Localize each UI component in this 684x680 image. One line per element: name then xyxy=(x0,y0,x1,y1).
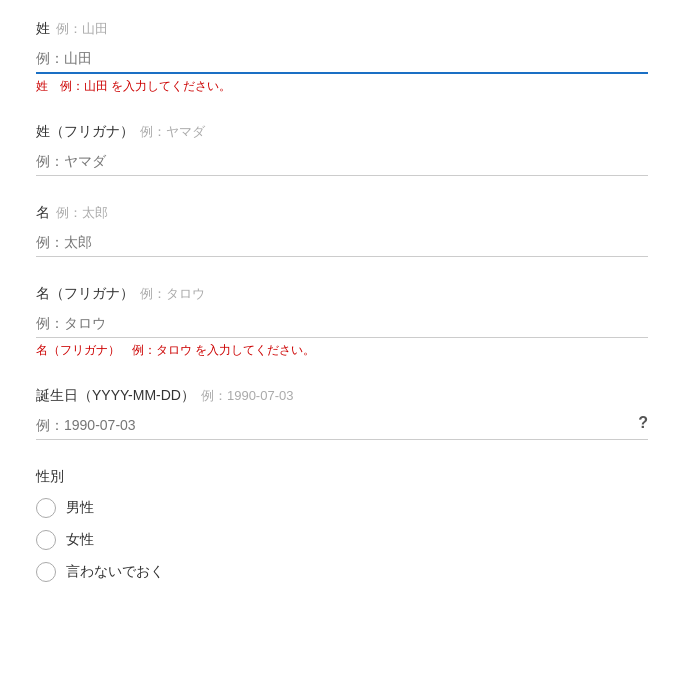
mei-label: 名 例：太郎 xyxy=(36,204,648,222)
birthday-input-row: ? xyxy=(36,411,648,440)
mei-furigana-label: 名（フリガナ） 例：タロウ xyxy=(36,285,648,303)
gender-group: 性別 男性 女性 言わないでおく xyxy=(36,468,648,582)
gender-radio-group: 男性 女性 言わないでおく xyxy=(36,498,648,582)
sei-error: 姓 例：山田 を入力してください。 xyxy=(36,78,648,95)
sei-input-row xyxy=(36,44,648,74)
gender-radio-female[interactable] xyxy=(36,530,56,550)
gender-option-male[interactable]: 男性 xyxy=(36,498,648,518)
mei-label-text: 名 xyxy=(36,204,50,222)
sei-furigana-example: 例：ヤマダ xyxy=(140,123,205,141)
sei-furigana-input[interactable] xyxy=(36,147,648,176)
birthday-label: 誕生日（YYYY-MM-DD） 例：1990-07-03 xyxy=(36,387,648,405)
mei-example: 例：太郎 xyxy=(56,204,108,222)
gender-label-male: 男性 xyxy=(66,499,94,517)
mei-input[interactable] xyxy=(36,228,648,257)
gender-option-unspecified[interactable]: 言わないでおく xyxy=(36,562,648,582)
sei-example: 例：山田 xyxy=(56,20,108,38)
sei-furigana-label: 姓（フリガナ） 例：ヤマダ xyxy=(36,123,648,141)
sei-furigana-group: 姓（フリガナ） 例：ヤマダ xyxy=(36,123,648,176)
birthday-example: 例：1990-07-03 xyxy=(201,387,294,405)
sei-furigana-label-text: 姓（フリガナ） xyxy=(36,123,134,141)
mei-input-row xyxy=(36,228,648,257)
gender-label-female: 女性 xyxy=(66,531,94,549)
gender-radio-male[interactable] xyxy=(36,498,56,518)
sei-input[interactable] xyxy=(36,44,648,74)
mei-furigana-group: 名（フリガナ） 例：タロウ 名（フリガナ） 例：タロウ を入力してください。 xyxy=(36,285,648,359)
gender-label: 性別 xyxy=(36,468,648,486)
mei-furigana-error: 名（フリガナ） 例：タロウ を入力してください。 xyxy=(36,342,648,359)
mei-furigana-input[interactable] xyxy=(36,309,648,338)
gender-label-unspecified: 言わないでおく xyxy=(66,563,164,581)
birthday-input[interactable] xyxy=(36,411,648,440)
sei-group: 姓 例：山田 姓 例：山田 を入力してください。 xyxy=(36,20,648,95)
mei-group: 名 例：太郎 xyxy=(36,204,648,257)
birthday-group: 誕生日（YYYY-MM-DD） 例：1990-07-03 ? xyxy=(36,387,648,440)
gender-radio-unspecified[interactable] xyxy=(36,562,56,582)
mei-furigana-input-row xyxy=(36,309,648,338)
mei-furigana-label-text: 名（フリガナ） xyxy=(36,285,134,303)
mei-furigana-example: 例：タロウ xyxy=(140,285,205,303)
sei-label: 姓 例：山田 xyxy=(36,20,648,38)
birthday-label-text: 誕生日（YYYY-MM-DD） xyxy=(36,387,195,405)
birthday-help-icon[interactable]: ? xyxy=(638,414,648,432)
sei-furigana-input-row xyxy=(36,147,648,176)
sei-label-text: 姓 xyxy=(36,20,50,38)
gender-option-female[interactable]: 女性 xyxy=(36,530,648,550)
